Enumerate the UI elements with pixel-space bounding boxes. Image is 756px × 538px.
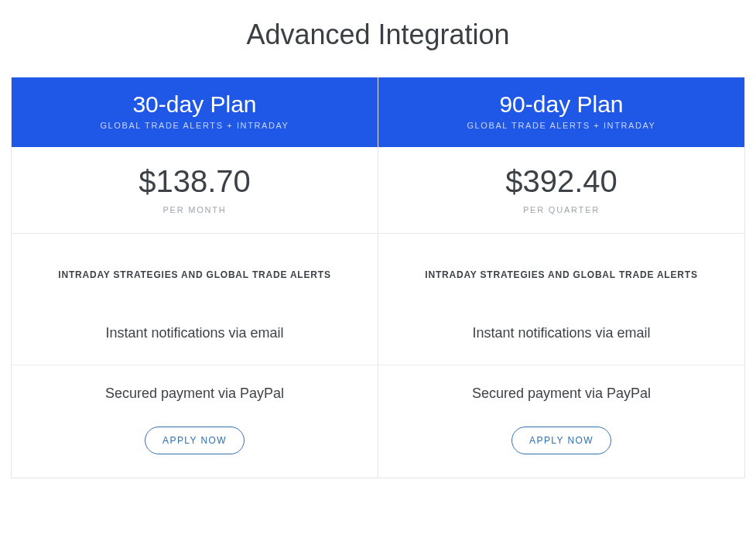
plan-price: $392.40: [386, 164, 737, 199]
plan-feature-2: Secured payment via PayPal: [378, 365, 744, 422]
plan-30-day: 30-day Plan GLOBAL TRADE ALERTS + INTRAD…: [12, 77, 378, 478]
apply-now-button[interactable]: APPLY NOW: [511, 427, 611, 454]
plan-feature-1: Instant notifications via email: [12, 314, 378, 365]
plan-feature-bold: INTRADAY STRATEGIES AND GLOBAL TRADE ALE…: [12, 234, 378, 314]
plan-name: 30-day Plan: [19, 91, 370, 118]
apply-now-button[interactable]: APPLY NOW: [145, 427, 245, 454]
page-title: Advanced Integration: [0, 0, 756, 77]
pricing-table: 30-day Plan GLOBAL TRADE ALERTS + INTRAD…: [11, 77, 745, 478]
plan-feature-1: Instant notifications via email: [378, 314, 744, 365]
plan-price-wrap: $392.40 PER QUARTER: [378, 147, 744, 234]
plan-subtitle: GLOBAL TRADE ALERTS + INTRADAY: [386, 121, 737, 130]
plan-feature-bold: INTRADAY STRATEGIES AND GLOBAL TRADE ALE…: [378, 234, 744, 314]
plan-name: 90-day Plan: [386, 91, 737, 118]
plan-price-wrap: $138.70 PER MONTH: [12, 147, 378, 234]
plan-price: $138.70: [19, 164, 370, 199]
plan-header: 90-day Plan GLOBAL TRADE ALERTS + INTRAD…: [378, 77, 744, 147]
plan-feature-2: Secured payment via PayPal: [12, 365, 378, 422]
plan-header: 30-day Plan GLOBAL TRADE ALERTS + INTRAD…: [12, 77, 378, 147]
apply-wrap: APPLY NOW: [12, 422, 378, 478]
plan-90-day: 90-day Plan GLOBAL TRADE ALERTS + INTRAD…: [378, 77, 744, 478]
plan-subtitle: GLOBAL TRADE ALERTS + INTRADAY: [19, 121, 370, 130]
apply-wrap: APPLY NOW: [378, 422, 744, 478]
plan-period: PER QUARTER: [386, 205, 737, 214]
plan-period: PER MONTH: [19, 205, 370, 214]
